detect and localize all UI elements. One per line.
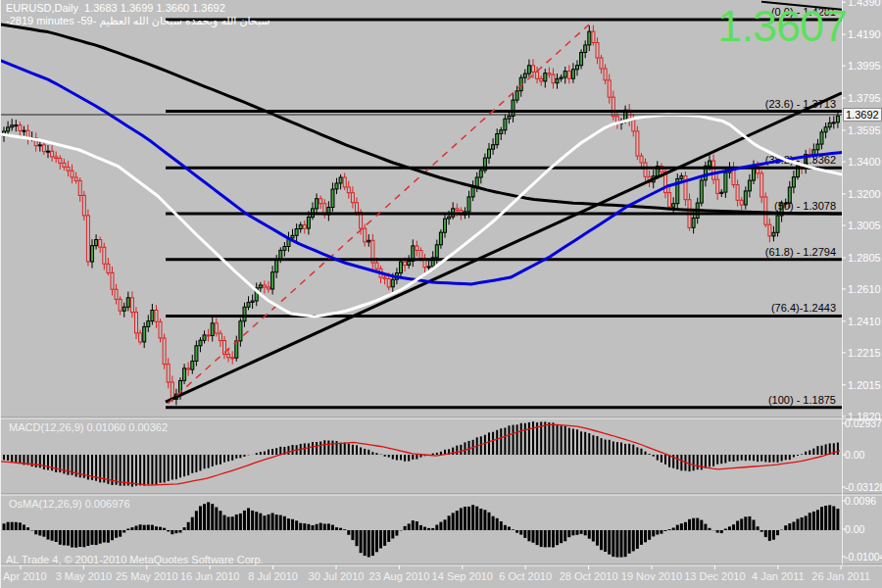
candle-body bbox=[416, 246, 418, 251]
candle-body bbox=[147, 321, 150, 327]
candle-body bbox=[479, 171, 482, 177]
candle-body bbox=[42, 145, 45, 152]
candle-body bbox=[567, 72, 570, 79]
candle-body bbox=[576, 66, 579, 70]
date-tick-label: 25 May 2010 bbox=[116, 570, 178, 582]
candle-body bbox=[187, 368, 190, 369]
candle-body bbox=[408, 262, 411, 266]
candle-body bbox=[38, 145, 41, 146]
candle-body bbox=[709, 161, 711, 166]
candle-body bbox=[364, 228, 367, 242]
candle-body bbox=[600, 58, 603, 69]
candle-body bbox=[67, 167, 70, 171]
price-tick-label: 1.2805 bbox=[848, 252, 881, 264]
candle-body bbox=[680, 176, 683, 179]
price-tick-label: 1.2215 bbox=[848, 347, 881, 359]
candle-body bbox=[219, 333, 221, 341]
indicator-tick-label: 0.0096 bbox=[845, 495, 876, 507]
candle-body bbox=[95, 240, 98, 246]
candle-body bbox=[467, 197, 470, 212]
price-tick-label: 1.3005 bbox=[848, 220, 881, 231]
candle-body bbox=[772, 232, 775, 236]
fib-level-label: (76.4)-1.2443 bbox=[771, 302, 836, 314]
candle-body bbox=[303, 225, 306, 229]
date-tick-label: 8 Jul 2010 bbox=[248, 570, 298, 582]
indicator-tick-label: 0.02937 bbox=[845, 417, 882, 429]
candle-body bbox=[82, 195, 85, 216]
candle-body bbox=[612, 97, 614, 117]
candle-body bbox=[263, 285, 266, 287]
candle-body bbox=[171, 382, 173, 399]
price-tick-label: 1.2015 bbox=[848, 379, 881, 391]
candle-body bbox=[55, 157, 58, 159]
candle-body bbox=[492, 145, 495, 150]
candle-body bbox=[504, 119, 507, 130]
candle-body bbox=[383, 277, 386, 278]
candle-body bbox=[540, 78, 543, 81]
date-tick-label: 13 Dec 2010 bbox=[684, 570, 745, 582]
candle-body bbox=[115, 289, 118, 299]
candle-body bbox=[59, 158, 62, 163]
candle-body bbox=[167, 365, 170, 382]
candle-body bbox=[207, 335, 210, 336]
candle-body bbox=[515, 91, 518, 100]
candle-body bbox=[768, 224, 771, 236]
candle-body bbox=[295, 229, 298, 236]
date-tick-label: 26 Jan 2011 bbox=[811, 570, 870, 582]
indicator-tick-label: -0.01004 bbox=[845, 551, 882, 563]
date-tick-label: 14 Sep 2010 bbox=[432, 570, 493, 582]
candle-body bbox=[159, 321, 162, 338]
candle-body bbox=[496, 134, 499, 145]
candle-body bbox=[760, 173, 763, 197]
price-tick-label: 1.3400 bbox=[848, 156, 881, 168]
candle-body bbox=[400, 262, 403, 273]
candle-body bbox=[592, 31, 595, 42]
price-tick-label: 1.2610 bbox=[848, 283, 881, 295]
candle-body bbox=[560, 77, 563, 78]
candle-body bbox=[548, 74, 551, 75]
candle-body bbox=[471, 187, 474, 197]
candle-body bbox=[331, 189, 334, 208]
candle-body bbox=[544, 74, 547, 81]
candle-body bbox=[126, 298, 129, 308]
candle-body bbox=[824, 127, 827, 132]
candle-body bbox=[456, 209, 459, 211]
candle-body bbox=[744, 191, 747, 205]
fib-level-label: (61.8) - 1.2794 bbox=[765, 246, 836, 258]
candle-body bbox=[155, 311, 158, 322]
candle-body bbox=[183, 368, 186, 381]
price-tick-label: 1.3795 bbox=[848, 92, 881, 104]
candle-body bbox=[764, 197, 767, 224]
candle-body bbox=[836, 116, 839, 122]
candle-body bbox=[91, 246, 94, 262]
candle-body bbox=[564, 72, 566, 77]
candle-body bbox=[351, 193, 354, 203]
fib-level-label: (100) - 1.1875 bbox=[768, 394, 836, 406]
candle-body bbox=[243, 307, 246, 321]
candle-body bbox=[532, 66, 535, 73]
candle-body bbox=[644, 163, 647, 176]
candle-body bbox=[135, 313, 138, 333]
candle-body bbox=[816, 144, 819, 150]
candle-body bbox=[195, 346, 198, 362]
candle-body bbox=[556, 78, 559, 82]
candle-body bbox=[291, 235, 294, 238]
candle-body bbox=[435, 245, 438, 258]
price-tick-label: 1.3995 bbox=[848, 60, 881, 72]
candle-body bbox=[63, 163, 66, 167]
candle-body bbox=[419, 251, 422, 259]
candle-body bbox=[23, 130, 25, 131]
candle-body bbox=[203, 335, 206, 340]
candle-body bbox=[724, 172, 727, 192]
candle-body bbox=[427, 267, 430, 268]
candle-body bbox=[736, 185, 739, 201]
candle-body bbox=[596, 43, 599, 58]
candle-body bbox=[475, 177, 478, 187]
candle-body bbox=[712, 161, 715, 179]
candle-body bbox=[368, 240, 370, 242]
candle-body bbox=[448, 217, 451, 219]
chart-window: (0.0) - 1.4281(23.6) - 1.3713(38.2) - 1.… bbox=[0, 0, 882, 588]
chart-canvas[interactable]: (0.0) - 1.4281(23.6) - 1.3713(38.2) - 1.… bbox=[1, 0, 882, 588]
candle-body bbox=[231, 358, 234, 359]
candle-body bbox=[163, 338, 166, 365]
